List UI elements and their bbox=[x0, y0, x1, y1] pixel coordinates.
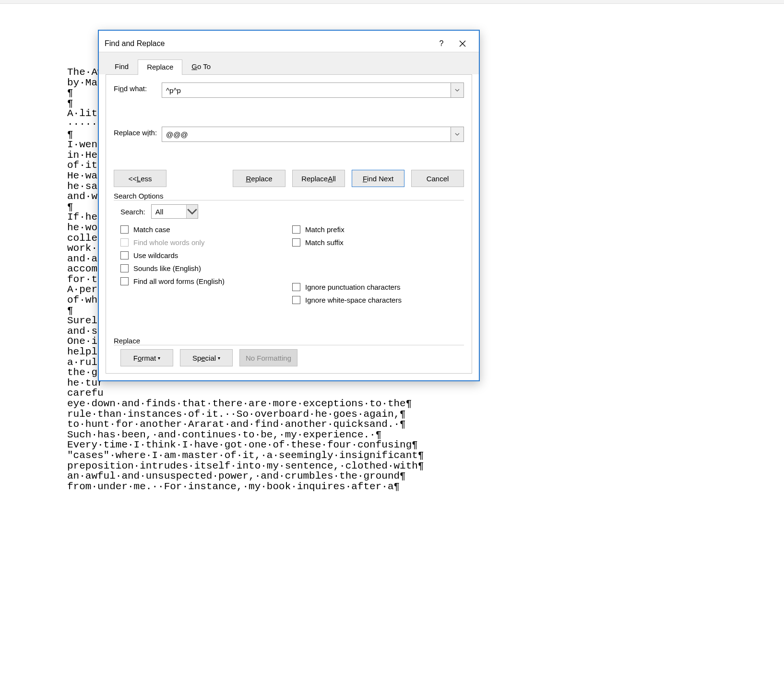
ignore-punctuation-checkbox[interactable]: Ignore punctuation characters bbox=[292, 283, 464, 291]
whole-words-checkbox: Find whole words only bbox=[120, 238, 292, 247]
use-wildcards-checkbox[interactable]: Use wildcards bbox=[120, 251, 292, 259]
replace-group-label: Replace bbox=[114, 337, 464, 345]
caret-down-icon: ▾ bbox=[218, 355, 220, 361]
cancel-button[interactable]: Cancel bbox=[411, 170, 464, 187]
find-next-button[interactable]: Find Next bbox=[352, 170, 404, 187]
dialog-title: Find and Replace bbox=[105, 39, 431, 48]
search-options-group: Search: All Match case Find whole words … bbox=[114, 204, 464, 310]
replace-row: Replace with: bbox=[114, 127, 464, 142]
tab-strip: Find Replace Go To bbox=[99, 52, 479, 74]
search-direction-label: Search: bbox=[120, 208, 145, 216]
help-button[interactable]: ? bbox=[431, 36, 452, 51]
find-what-dropdown[interactable] bbox=[451, 82, 464, 98]
dialog-titlebar: Find and Replace ? bbox=[99, 31, 479, 52]
match-suffix-checkbox[interactable]: Match suffix bbox=[292, 238, 464, 247]
format-menu-button[interactable]: Format▾ bbox=[120, 349, 173, 366]
replace-with-input[interactable] bbox=[162, 127, 451, 142]
replace-all-button[interactable]: Replace All bbox=[292, 170, 345, 187]
dialog-panel: Find what: Replace with: << Less Replace bbox=[106, 74, 472, 374]
search-options-group-label: Search Options bbox=[114, 192, 464, 200]
replace-button[interactable]: Replace bbox=[233, 170, 285, 187]
group-divider bbox=[114, 200, 464, 200]
match-case-checkbox[interactable]: Match case bbox=[120, 225, 292, 234]
caret-down-icon: ▾ bbox=[158, 355, 160, 361]
special-menu-button[interactable]: Special▾ bbox=[180, 349, 233, 366]
match-prefix-checkbox[interactable]: Match prefix bbox=[292, 225, 464, 234]
replace-with-label: Replace with: bbox=[114, 127, 162, 137]
replace-with-dropdown[interactable] bbox=[451, 127, 464, 142]
ignore-whitespace-checkbox[interactable]: Ignore white-space characters bbox=[292, 296, 464, 304]
less-button[interactable]: << Less bbox=[114, 170, 166, 187]
find-what-input[interactable] bbox=[162, 82, 451, 98]
search-direction-drop[interactable] bbox=[186, 205, 198, 218]
sounds-like-checkbox[interactable]: Sounds like (English) bbox=[120, 264, 292, 272]
close-button[interactable] bbox=[452, 36, 473, 51]
find-row: Find what: bbox=[114, 82, 464, 98]
app-top-divider bbox=[0, 0, 784, 4]
chevron-down-icon bbox=[455, 133, 460, 136]
close-icon bbox=[459, 40, 466, 47]
replace-group: Format▾ Special▾ No Formatting bbox=[114, 349, 464, 366]
group-divider bbox=[114, 345, 464, 345]
action-button-row: << Less Replace Replace All Find Next Ca… bbox=[114, 170, 464, 187]
tab-goto[interactable]: Go To bbox=[182, 59, 220, 74]
word-forms-checkbox[interactable]: Find all word forms (English) bbox=[120, 277, 292, 285]
search-direction-select[interactable]: All bbox=[151, 204, 198, 219]
no-formatting-button: No Formatting bbox=[239, 349, 297, 366]
tab-find[interactable]: Find bbox=[106, 59, 138, 74]
chevron-down-icon bbox=[455, 89, 460, 92]
find-replace-dialog: Find and Replace ? Find Replace Go To Fi… bbox=[98, 30, 480, 381]
chevron-down-icon bbox=[187, 208, 198, 215]
tab-replace[interactable]: Replace bbox=[138, 59, 182, 75]
find-what-label: Find what: bbox=[114, 82, 162, 93]
